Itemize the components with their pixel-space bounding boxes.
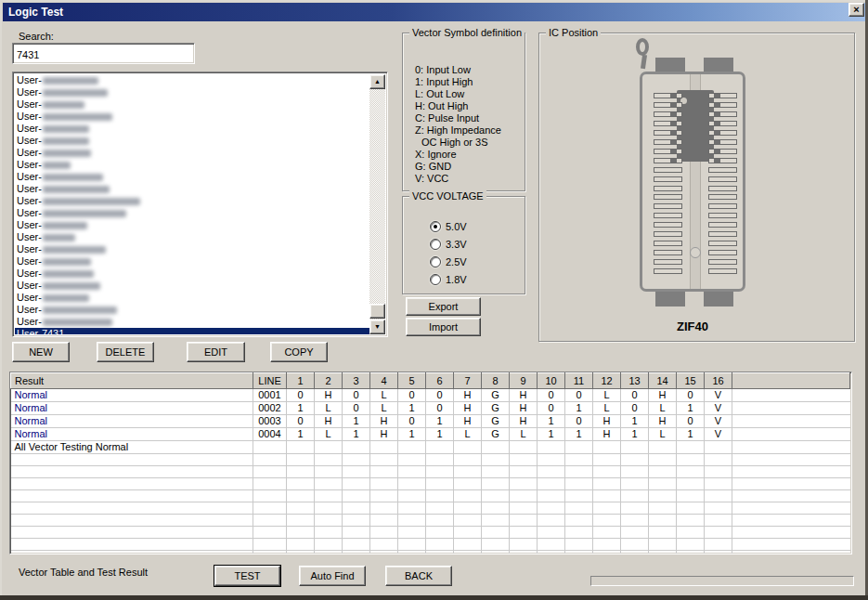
column-header-6[interactable]: 6 — [426, 373, 454, 389]
vcc-options: 5.0V3.3V2.5V1.8V — [403, 221, 525, 292]
column-header-12[interactable]: 12 — [593, 373, 621, 389]
edit-button[interactable]: EDIT — [187, 342, 245, 362]
vector-cell — [315, 527, 343, 539]
user-listbox[interactable]: User-User-User-User-User-User-User-User-… — [12, 72, 388, 337]
table-row[interactable]: Normal00041L1H11LGL11H1L1V — [11, 428, 850, 441]
list-item[interactable]: User- — [15, 135, 369, 147]
table-summary-row[interactable]: All Vector Testing Normal — [11, 441, 850, 454]
vector-cell — [454, 539, 482, 551]
vector-cell — [705, 466, 732, 478]
list-item[interactable]: User- — [15, 219, 369, 231]
new-button[interactable]: NEW — [12, 342, 70, 362]
table-row[interactable]: Normal00030H1H01HGH10H1H0V — [11, 415, 850, 428]
list-item[interactable]: User- — [15, 292, 369, 304]
vector-cell — [538, 490, 565, 502]
list-item[interactable]: User- — [15, 74, 369, 86]
list-item[interactable]: User- — [15, 243, 369, 255]
blurred-name — [43, 294, 89, 302]
vcc-option-3.3V[interactable]: 3.3V — [403, 239, 525, 251]
list-item[interactable]: User- — [15, 316, 369, 328]
list-item[interactable]: User- — [15, 304, 369, 316]
radio-icon[interactable] — [430, 221, 441, 232]
table-empty-row[interactable] — [11, 515, 850, 527]
table-empty-row[interactable] — [11, 502, 850, 515]
list-item[interactable]: User- — [15, 123, 369, 135]
column-header-line[interactable]: LINE — [253, 373, 287, 389]
vector-cell — [482, 502, 510, 515]
table-empty-row[interactable] — [11, 527, 850, 539]
column-header-14[interactable]: 14 — [649, 373, 677, 389]
vector-cell: 0 — [343, 389, 370, 402]
list-item-selected[interactable]: User-7431 — [15, 328, 369, 334]
table-empty-row[interactable] — [11, 539, 850, 551]
list-item[interactable]: User- — [15, 183, 369, 195]
list-item[interactable]: User- — [15, 231, 369, 243]
list-item[interactable]: User- — [15, 267, 369, 280]
column-header-8[interactable]: 8 — [482, 373, 510, 389]
list-item[interactable]: User- — [15, 111, 369, 123]
table-row[interactable]: Normal00021L0L10HGH01L0L1V — [11, 402, 850, 415]
vector-cell — [705, 441, 732, 454]
list-item[interactable]: User- — [15, 159, 369, 171]
vector-cell — [454, 527, 482, 539]
column-header-9[interactable]: 9 — [510, 373, 538, 389]
column-header-3[interactable]: 3 — [343, 373, 370, 389]
vector-cell — [287, 551, 315, 555]
vector-cell — [677, 515, 705, 527]
scrollbar-thumb[interactable] — [369, 304, 385, 319]
auto-find-button[interactable]: Auto Find — [299, 566, 366, 586]
radio-icon[interactable] — [430, 256, 441, 267]
test-button[interactable]: TEST — [214, 566, 280, 586]
table-row[interactable]: Normal00010H0L00HGH00L0H0V — [11, 389, 850, 402]
list-item[interactable]: User- — [15, 255, 369, 267]
table-empty-row[interactable] — [11, 478, 850, 490]
list-item[interactable]: User- — [15, 86, 369, 98]
copy-button[interactable]: COPY — [270, 342, 328, 362]
list-item[interactable]: User- — [15, 147, 369, 159]
title-bar[interactable]: Logic Test — [3, 3, 865, 21]
table-empty-row[interactable] — [11, 490, 850, 502]
scroll-up-icon[interactable]: ▲ — [369, 74, 385, 89]
list-item-prefix: User- — [17, 98, 42, 110]
column-header-result[interactable]: Result — [11, 373, 253, 389]
vector-cell — [649, 502, 677, 515]
vector-cell — [565, 454, 593, 466]
list-item[interactable]: User- — [15, 98, 369, 111]
table-empty-row[interactable] — [11, 551, 850, 555]
list-scrollbar[interactable]: ▲ ▼ — [369, 74, 385, 334]
table-empty-row[interactable] — [11, 466, 850, 478]
radio-icon[interactable] — [430, 239, 441, 250]
table-empty-row[interactable] — [11, 454, 850, 466]
list-item[interactable]: User- — [15, 207, 369, 219]
vcc-option-1.8V[interactable]: 1.8V — [403, 274, 525, 286]
column-header-4[interactable]: 4 — [370, 373, 398, 389]
pin-slot — [708, 194, 737, 200]
column-header-1[interactable]: 1 — [287, 373, 315, 389]
column-header-11[interactable]: 11 — [565, 373, 593, 389]
vcc-option-2.5V[interactable]: 2.5V — [403, 256, 525, 268]
vector-cell — [426, 466, 454, 478]
table-header-row[interactable]: ResultLINE12345678910111213141516 — [11, 373, 850, 389]
chip-lead — [714, 122, 720, 125]
column-header-5[interactable]: 5 — [398, 373, 426, 389]
column-header-16[interactable]: 16 — [705, 373, 732, 389]
column-header-7[interactable]: 7 — [454, 373, 482, 389]
list-item[interactable]: User- — [15, 171, 369, 183]
column-header-15[interactable]: 15 — [677, 373, 705, 389]
radio-icon[interactable] — [430, 274, 441, 285]
column-header-13[interactable]: 13 — [621, 373, 649, 389]
list-item[interactable]: User- — [15, 195, 369, 207]
search-input[interactable] — [12, 43, 195, 64]
close-icon[interactable]: × — [849, 3, 864, 17]
vector-table[interactable]: ResultLINE12345678910111213141516 Normal… — [10, 372, 850, 554]
back-button[interactable]: BACK — [385, 566, 452, 586]
column-header-2[interactable]: 2 — [315, 373, 343, 389]
list-item-prefix: User- — [17, 231, 42, 242]
scroll-down-icon[interactable]: ▼ — [369, 320, 385, 334]
list-item[interactable]: User- — [15, 280, 369, 292]
column-header-10[interactable]: 10 — [538, 373, 565, 389]
export-button[interactable]: Export — [406, 297, 481, 316]
delete-button[interactable]: DELETE — [97, 342, 154, 362]
import-button[interactable]: Import — [406, 318, 481, 336]
vcc-option-5.0V[interactable]: 5.0V — [403, 221, 525, 233]
